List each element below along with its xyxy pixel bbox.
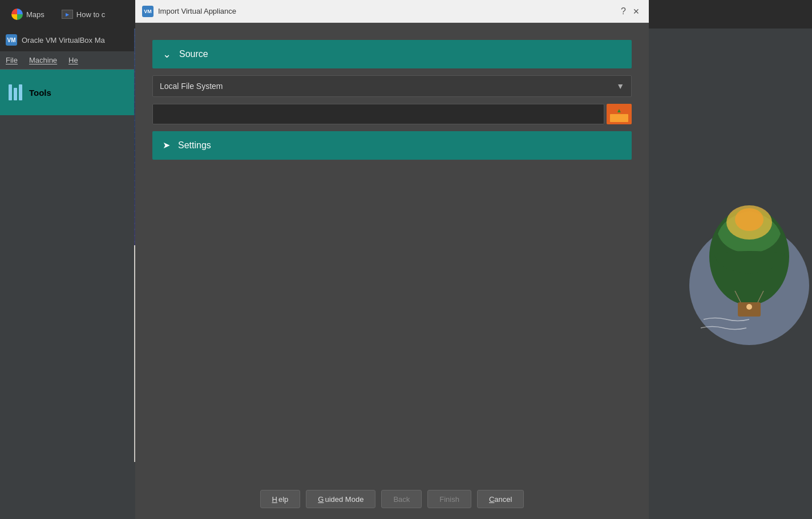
help-underline-char: H [272, 495, 277, 504]
source-chevron-down-icon: ⌄ [163, 49, 171, 59]
source-dropdown-value: Local File System [160, 82, 616, 91]
back-button-label: Back [393, 495, 410, 504]
settings-section-header[interactable]: ➤ Settings [152, 131, 632, 160]
settings-chevron-right-icon: ➤ [163, 141, 170, 150]
cancel-underline-char: C [489, 495, 494, 504]
file-browse-button[interactable] [607, 104, 632, 124]
source-section-header[interactable]: ⌄ Source [152, 40, 632, 68]
finish-button-label: Finish [439, 495, 459, 504]
dialog-overlay: VM Import Virtual Appliance ? ✕ ⌄ Source… [0, 0, 812, 519]
help-button-rest: elp [278, 495, 288, 504]
cancel-rest: ancel [494, 495, 512, 504]
guided-mode-underline-char: G [318, 495, 324, 504]
dropdown-arrow-icon: ▼ [616, 82, 624, 91]
dialog-titlebar: VM Import Virtual Appliance ? ✕ [135, 0, 649, 23]
settings-label: Settings [178, 140, 211, 151]
file-input-row [152, 104, 632, 124]
dialog-title: Import Virtual Appliance [158, 7, 616, 15]
dialog-body: ⌄ Source Local File System ▼ ➤ Settings [135, 23, 649, 479]
dialog-footer: Help Guided Mode Back Finish Cancel [135, 479, 649, 519]
file-path-input[interactable] [152, 104, 604, 124]
source-label: Source [179, 49, 208, 59]
dialog-close-button[interactable]: ✕ [631, 6, 642, 17]
help-button[interactable]: Help [260, 490, 301, 508]
guided-mode-button[interactable]: Guided Mode [306, 490, 375, 508]
guided-mode-rest: uided Mode [325, 495, 363, 504]
back-button[interactable]: Back [381, 490, 422, 508]
source-dropdown[interactable]: Local File System ▼ [152, 75, 632, 97]
cancel-button[interactable]: Cancel [477, 490, 524, 508]
finish-button[interactable]: Finish [427, 490, 471, 508]
import-dialog: VM Import Virtual Appliance ? ✕ ⌄ Source… [135, 0, 649, 519]
dialog-title-buttons: ✕ [631, 6, 642, 17]
help-question-icon[interactable]: ? [621, 6, 626, 17]
cancel-button-label: Cancel [489, 495, 512, 504]
dialog-logo-icon: VM [142, 6, 153, 17]
dialog-spacer [152, 167, 632, 479]
